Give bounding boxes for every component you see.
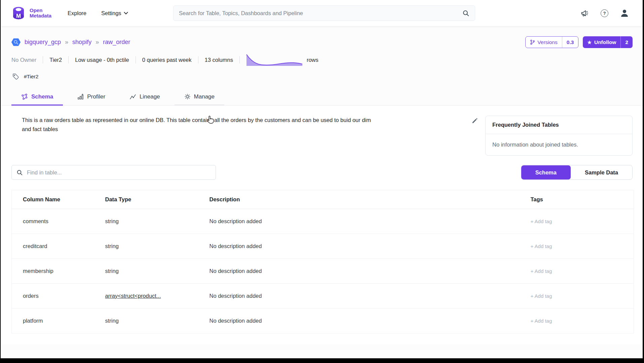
tab-lineage-label: Lineage <box>140 93 160 100</box>
description-section: This is a raw orders table as represente… <box>1 106 643 156</box>
openmetadata-logo-icon: M <box>11 5 26 21</box>
column-description: No description added <box>199 259 519 284</box>
global-search-input[interactable] <box>179 10 462 16</box>
tab-profiler[interactable]: Profiler <box>68 89 115 106</box>
schema-panel: This is a raw orders table as represente… <box>1 106 643 344</box>
toggle-sample-data-button[interactable]: Sample Data <box>571 165 632 179</box>
unfollow-label: Unfollow <box>594 39 616 45</box>
add-tag-button[interactable]: + Add tag <box>531 218 552 224</box>
mouse-cursor <box>206 115 215 125</box>
help-icon[interactable]: ? <box>601 9 608 17</box>
rows-label: rows <box>307 57 318 63</box>
schema-sample-toggle: Schema Sample Data <box>521 165 633 180</box>
global-search[interactable] <box>173 5 475 21</box>
owner-value[interactable]: No Owner <box>11 57 36 63</box>
table-row: comments string No description added + A… <box>12 209 634 234</box>
column-datatype-link[interactable]: array<struct<product... <box>105 293 161 299</box>
add-tag-button[interactable]: + Add tag <box>531 243 552 249</box>
joined-card-title: Frequently Joined Tables <box>486 116 632 134</box>
user-avatar[interactable] <box>620 8 629 18</box>
tag-icon <box>12 73 19 80</box>
add-tag-button[interactable]: + Add tag <box>531 318 552 324</box>
col-header-description: Description <box>199 190 519 209</box>
column-description: No description added <box>199 234 519 259</box>
column-description: No description added <box>199 284 519 309</box>
joined-card-empty-message: No information about joined tables. <box>486 134 632 155</box>
tags-row: #Tier2 <box>12 73 633 80</box>
lineage-tab-icon <box>129 93 136 100</box>
add-tag-button[interactable]: + Add tag <box>531 293 552 299</box>
column-name: platform <box>12 309 95 333</box>
table-row: membership string No description added +… <box>12 259 634 284</box>
schema-tab-icon <box>21 93 28 100</box>
main-nav: Explore Settings <box>68 10 128 16</box>
table-controls: Schema Sample Data <box>11 165 633 180</box>
breadcrumb-separator: » <box>65 39 68 46</box>
bigquery-service-icon <box>11 38 21 47</box>
breadcrumb-schema[interactable]: shopify <box>72 39 91 46</box>
column-datatype: string <box>95 234 199 259</box>
table-row: creditcard string No description added +… <box>12 234 634 259</box>
divider <box>68 56 69 64</box>
nav-settings[interactable]: Settings <box>101 10 128 16</box>
manage-gear-icon <box>184 93 191 100</box>
column-description: No description added <box>199 309 519 333</box>
versions-segment: Versions <box>526 37 562 48</box>
table-row: platform string No description added + A… <box>12 309 634 333</box>
tab-profiler-label: Profiler <box>87 93 105 100</box>
entity-tabs: Schema Profiler Lineage Manage <box>1 89 643 106</box>
divider <box>43 56 43 64</box>
rows-sparkline-chart <box>246 53 303 66</box>
column-name: creditcard <box>12 234 95 259</box>
app-window: M Open Metadata Explore Settings ? <box>0 0 644 363</box>
entity-header: bigquery_gcp » shopify » raw_order Versi… <box>11 36 633 48</box>
table-row: orders array<struct<product... No descri… <box>12 284 634 309</box>
versions-label: Versions <box>537 39 557 45</box>
tier-value: Tier2 <box>49 57 62 63</box>
star-icon: ★ <box>587 40 592 45</box>
find-in-table-input[interactable] <box>27 169 211 176</box>
breadcrumb-service[interactable]: bigquery_gcp <box>25 39 61 46</box>
divider <box>136 56 136 64</box>
table-description: This is a raw orders table as represente… <box>22 116 373 133</box>
tab-lineage[interactable]: Lineage <box>120 89 170 106</box>
breadcrumb-table[interactable]: raw_order <box>103 39 130 46</box>
col-header-datatype: Data Type <box>95 190 199 209</box>
profiler-tab-icon <box>77 93 84 100</box>
version-number: 0.3 <box>562 37 578 48</box>
column-description: No description added <box>199 209 519 234</box>
search-icon[interactable] <box>462 10 469 17</box>
toggle-schema-button[interactable]: Schema <box>521 165 571 179</box>
usage-value: Low usage - 0th pctile <box>75 57 129 63</box>
app-logo-text: Open Metadata <box>30 8 51 19</box>
entity-meta-row: No Owner Tier2 Low usage - 0th pctile 0 … <box>11 53 633 66</box>
versions-button[interactable]: Versions 0.3 <box>525 36 578 48</box>
column-name: orders <box>12 284 95 309</box>
svg-text:M: M <box>16 13 21 19</box>
add-tag-button[interactable]: + Add tag <box>531 268 552 274</box>
breadcrumb-separator: » <box>96 39 99 46</box>
tab-manage[interactable]: Manage <box>175 89 224 106</box>
column-datatype: string <box>95 309 199 333</box>
top-right-icons: ? <box>580 8 629 18</box>
schema-columns-table: Column Name Data Type Description Tags c… <box>11 190 634 333</box>
tier-tag[interactable]: #Tier2 <box>24 74 38 80</box>
version-branch-icon <box>530 39 535 45</box>
top-nav: M Open Metadata Explore Settings ? <box>1 0 643 26</box>
app-logo[interactable]: M Open Metadata <box>11 5 51 21</box>
unfollow-button[interactable]: ★ Unfollow 2 <box>583 36 633 48</box>
unfollow-segment: ★ Unfollow <box>583 36 620 48</box>
edit-description-icon[interactable] <box>471 118 478 124</box>
chevron-down-icon <box>124 12 128 15</box>
column-datatype: string <box>95 259 199 284</box>
columns-count: 13 columns <box>205 57 233 63</box>
nav-explore[interactable]: Explore <box>68 10 86 16</box>
description-block: This is a raw orders table as represente… <box>22 116 485 133</box>
search-icon <box>16 169 23 176</box>
find-in-table-box[interactable] <box>11 165 216 180</box>
tab-schema[interactable]: Schema <box>11 89 63 106</box>
frequently-joined-card: Frequently Joined Tables No information … <box>485 116 633 156</box>
announcements-icon[interactable] <box>580 9 589 18</box>
column-name: membership <box>12 259 95 284</box>
col-header-name: Column Name <box>12 190 95 209</box>
